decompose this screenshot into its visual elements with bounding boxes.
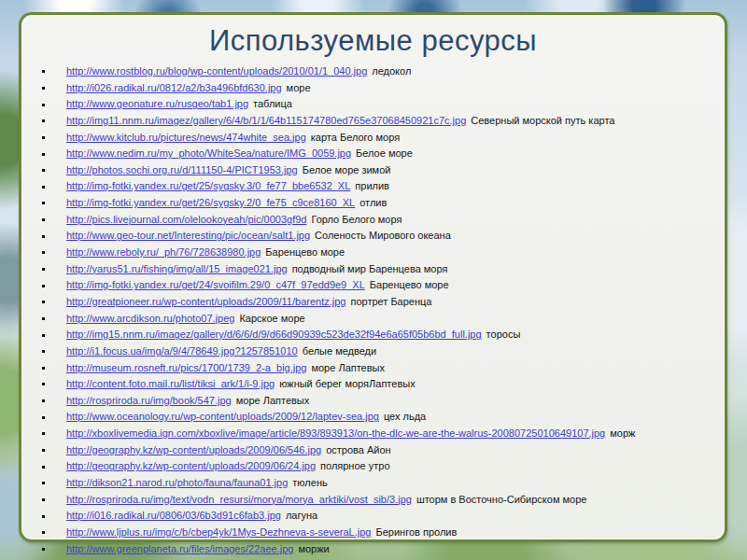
list-item: http://www.geo-tour.net/Interesting/pic/… — [39, 228, 721, 245]
bullet-icon — [42, 301, 45, 303]
content-panel: Используемые ресурсы http://www.rostblog… — [19, 12, 727, 542]
resource-link[interactable]: http://rospriroda.ru/img/book/547.jpg — [66, 393, 232, 410]
list-item: http://www.greenplaneta.ru/files/images/… — [39, 541, 721, 558]
resource-link[interactable]: http://dikson21.narod.ru/photo/fauna/fau… — [66, 475, 288, 492]
bullet-icon — [42, 466, 45, 469]
bullet-icon — [42, 334, 45, 337]
list-item: http://www.nedim.ru/my_photo/WhiteSea/na… — [39, 146, 721, 162]
bullet-icon — [42, 367, 45, 370]
resource-link[interactable]: http://www.greenplaneta.ru/files/images/… — [66, 541, 293, 558]
bullet-icon — [42, 119, 45, 122]
resource-link[interactable]: http://www.reboly.ru/_ph/76/728638980.jp… — [66, 245, 261, 261]
resource-description: лагуна — [286, 508, 317, 525]
resource-link[interactable]: http://xboxlivemedia.ign.com/xboxlive/im… — [66, 426, 605, 442]
resource-link[interactable]: http://www.nedim.ru/my_photo/WhiteSea/na… — [66, 146, 351, 162]
resource-link[interactable]: http://geography.kz/wp-content/uploads/2… — [66, 442, 321, 459]
bullet-icon — [42, 186, 45, 189]
resource-description: Белое море зимой — [303, 162, 391, 179]
resource-description: Баренцево море — [370, 277, 449, 294]
resource-link[interactable]: http://www.rostblog.ru/blog/wp-content/u… — [66, 63, 367, 80]
list-item: http://i026.radikal.ru/0812/a2/b3a496bfd… — [39, 80, 721, 97]
list-item: http://rospriroda.ru/img/book/547.jpg мо… — [39, 393, 721, 410]
resource-description: шторм в Восточно-Сибирском море — [416, 492, 587, 509]
resource-link[interactable]: http://photos.sochi.org.ru/d/111150-4/PI… — [66, 162, 298, 179]
bullet-icon — [42, 350, 45, 353]
resource-description: Соленость Мирового океана — [315, 228, 451, 245]
bullet-icon — [42, 416, 45, 419]
resource-description: острова Айон — [326, 442, 390, 459]
bullet-icon — [42, 482, 45, 484]
resource-link[interactable]: http://geography.kz/wp-content/uploads/2… — [66, 458, 316, 475]
resource-link[interactable]: http://rospriroda.ru/img/text/vodn_resur… — [66, 492, 412, 509]
page-title: Используемые ресурсы — [21, 24, 725, 58]
list-item: http://museum.rosneft.ru/pics/1700/1739_… — [39, 360, 721, 377]
list-item: http://img-fotki.yandex.ru/get/25/sygsky… — [39, 178, 721, 195]
resource-description: карта Белого моря — [311, 130, 400, 147]
bullet-icon — [42, 104, 45, 106]
bullet-icon — [42, 136, 45, 139]
list-item: http://content.foto.mail.ru/list/tiksi_a… — [39, 376, 721, 393]
list-item: http://www.arcdikson.ru/photo07.jpeg Кар… — [39, 311, 721, 328]
resource-description: Берингов пролив — [375, 525, 457, 541]
bullet-icon — [42, 153, 45, 156]
bullet-icon — [42, 498, 45, 501]
resource-link[interactable]: http://i016.radikal.ru/0806/03/6b3d91c6f… — [66, 508, 281, 525]
resource-link[interactable]: http://yarus51.ru/fishing/img/all/15_ima… — [66, 261, 288, 278]
bullet-icon — [42, 251, 45, 254]
resource-link[interactable]: http://www.geo-tour.net/Interesting/pic/… — [66, 228, 310, 245]
list-item: http://img11.nnm.ru/imagez/gallery/6/4/b… — [39, 113, 721, 130]
list-item: http://www.ljplus.ru/img/c/b/cbep4yk/1My… — [39, 525, 721, 541]
bullet-icon — [42, 399, 45, 402]
resource-link[interactable]: http://www.ljplus.ru/img/c/b/cbep4yk/1My… — [66, 525, 371, 541]
resource-description: цех льда — [384, 409, 426, 426]
list-item: http://www.rostblog.ru/blog/wp-content/u… — [39, 63, 721, 80]
resource-description: отлив — [359, 195, 387, 212]
list-item: http://www.kitclub.ru/pictures/news/474w… — [39, 130, 721, 147]
resource-description: Северный морской путь карта — [471, 113, 614, 130]
bullet-icon — [42, 285, 45, 287]
resource-link[interactable]: http://img-fotki.yandex.ru/get/26/sygsky… — [66, 195, 355, 212]
bullet-icon — [42, 235, 45, 238]
resource-description: прилив — [355, 178, 389, 195]
resource-link[interactable]: http://www.kitclub.ru/pictures/news/474w… — [66, 130, 306, 147]
resource-link[interactable]: http://www.geonature.ru/rusgeo/tab1.jpg — [66, 96, 248, 113]
slide-background: Используемые ресурсы http://www.rostblog… — [0, 0, 747, 560]
resource-link[interactable]: http://greatpioneer.ru/wp-content/upload… — [66, 294, 345, 311]
bullet-icon — [42, 87, 45, 90]
resource-description: полярное утро — [320, 458, 389, 475]
resource-description: морж — [610, 426, 635, 442]
resource-description: Горло Белого моря — [311, 212, 402, 229]
bullet-icon — [42, 531, 45, 534]
resource-link[interactable]: http://www.arcdikson.ru/photo07.jpeg — [66, 311, 234, 328]
list-item: http://img15.nnm.ru/imagez/gallery/d/6/6… — [39, 327, 721, 343]
resource-link[interactable]: http://museum.rosneft.ru/pics/1700/1739_… — [66, 360, 306, 377]
list-item: http://geography.kz/wp-content/uploads/2… — [39, 442, 721, 459]
list-item: http://i016.radikal.ru/0806/03/6b3d91c6f… — [39, 508, 721, 525]
list-item: http://geography.kz/wp-content/uploads/2… — [39, 458, 721, 475]
list-item: http://greatpioneer.ru/wp-content/upload… — [39, 294, 721, 311]
resource-description: таблица — [253, 96, 292, 113]
bullet-icon — [42, 268, 45, 271]
resource-link[interactable]: http://img15.nnm.ru/imagez/gallery/d/6/6… — [66, 327, 482, 343]
resource-link[interactable]: http://img-fotki.yandex.ru/get/24/svoifi… — [66, 277, 365, 294]
list-item: http://i1.focus.ua/img/a/9/4/78649.jpg?1… — [39, 343, 721, 360]
resource-link[interactable]: http://i1.focus.ua/img/a/9/4/78649.jpg?1… — [66, 343, 298, 360]
resource-link[interactable]: http://img11.nnm.ru/imagez/gallery/6/4/b… — [66, 113, 466, 130]
resource-link[interactable]: http://pics.livejournal.com/olelookoyeah… — [66, 212, 306, 229]
resource-description: торосы — [486, 327, 521, 343]
resource-link[interactable]: http://img-fotki.yandex.ru/get/25/sygsky… — [66, 178, 350, 195]
list-item: http://photos.sochi.org.ru/d/111150-4/PI… — [39, 162, 721, 179]
resource-description: море Лаптевых — [236, 393, 310, 410]
resource-description: море Лаптевых — [311, 360, 385, 377]
list-item: http://www.geonature.ru/rusgeo/tab1.jpg … — [39, 96, 721, 113]
resource-description: море — [287, 80, 311, 97]
list-item: http://dikson21.narod.ru/photo/fauna/fau… — [39, 475, 721, 492]
resource-link[interactable]: http://i026.radikal.ru/0812/a2/b3a496bfd… — [66, 80, 282, 97]
bullet-icon — [42, 202, 45, 204]
resource-description: подводный мир Баренцева моря — [292, 261, 448, 278]
list-item: http://www.reboly.ru/_ph/76/728638980.jp… — [39, 245, 721, 261]
resource-link[interactable]: http://www.oceanology.ru/wp-content/uplo… — [66, 409, 379, 426]
list-item: http://xboxlivemedia.ign.com/xboxlive/im… — [39, 426, 721, 442]
resource-description: моржи — [298, 541, 329, 558]
resource-link[interactable]: http://content.foto.mail.ru/list/tiksi_a… — [66, 376, 275, 393]
